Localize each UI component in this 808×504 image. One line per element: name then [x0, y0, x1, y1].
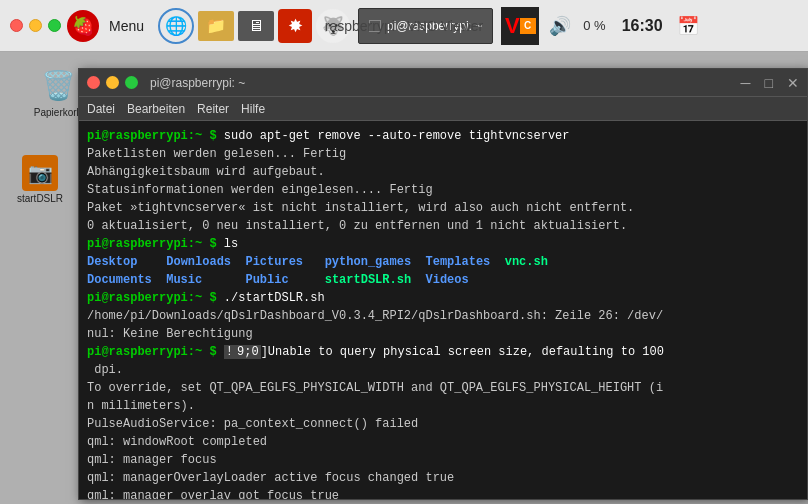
vnc-badge: V C — [501, 7, 539, 45]
star-icon[interactable]: ✸ — [278, 9, 312, 43]
term-max-icon[interactable]: □ — [765, 75, 773, 91]
terminal-window: pi@raspberrypi: ~ ─ □ ✕ Datei Bearbeiten… — [78, 68, 808, 500]
term-line-15: To override, set QT_QPA_EGLFS_PHYSICAL_W… — [87, 379, 799, 397]
terminal-menu: Datei Bearbeiten Reiter Hilfe — [79, 97, 807, 121]
term-line-2: Paketlisten werden gelesen... Fertig — [87, 145, 799, 163]
vnc-c-box: C — [520, 18, 536, 34]
term-line-5: Paket »tightvncserver« ist nicht install… — [87, 199, 799, 217]
vnc-v-letter: V — [505, 13, 520, 39]
speaker-icon[interactable]: 🔊 — [545, 15, 575, 37]
term-line-20: qml: managerOverlayLoader active focus c… — [87, 469, 799, 487]
desktop: 🍓 Menu 🌐 📁 🖥 ✸ 🐺 pi@raspberrypi: ~ V C 🔊 — [0, 0, 808, 504]
term-line-10: pi@raspberrypi:~ $ ./startDSLR.sh — [87, 289, 799, 307]
term-line-12: nul: Keine Berechtigung — [87, 325, 799, 343]
close-button[interactable] — [10, 19, 23, 32]
calendar-icon[interactable]: 📅 — [673, 15, 703, 37]
startdslr-label: startDSLR — [17, 193, 63, 204]
monitor-icon[interactable]: 🖥 — [238, 11, 274, 41]
term-line-17: PulseAudioService: pa_context_connect() … — [87, 415, 799, 433]
term-line-13: pi@raspberrypi:~ $ !9;0]Unable to query … — [87, 343, 799, 361]
term-line-21: qml: manager overlay got focus true — [87, 487, 799, 499]
terminal-menu-tabs[interactable]: Reiter — [197, 102, 229, 116]
raspberry-logo: 🍓 — [67, 10, 99, 42]
terminal-menu-help[interactable]: Hilfe — [241, 102, 265, 116]
term-minimize-button[interactable] — [106, 76, 119, 89]
traffic-lights — [0, 19, 61, 32]
term-line-4: Statusinformationen werden eingelesen...… — [87, 181, 799, 199]
menubar: 🍓 Menu 🌐 📁 🖥 ✸ 🐺 pi@raspberrypi: ~ V C 🔊 — [0, 0, 808, 52]
term-line-16: n millimeters). — [87, 397, 799, 415]
term-line-19: qml: manager focus — [87, 451, 799, 469]
battery-label: 0 % — [577, 18, 611, 33]
trash-image: 🗑️ — [38, 65, 78, 105]
terminal-menu-file[interactable]: Datei — [87, 102, 115, 116]
system-icons: 🔊 0 % 16:30 📅 — [545, 15, 702, 37]
term-line-3: Abhängigkeitsbaum wird aufgebaut. — [87, 163, 799, 181]
startdslr-image: 📷 — [22, 155, 58, 191]
term-line-9-ls: Documents Music Public startDSLR.sh Vide… — [87, 271, 799, 289]
window-title: raspberrypi - VNC Viewer — [325, 18, 483, 34]
term-line-14: dpi. — [87, 361, 799, 379]
term-close-icon[interactable]: ✕ — [787, 75, 799, 91]
terminal-menu-edit[interactable]: Bearbeiten — [127, 102, 185, 116]
term-line-6: 0 aktualisiert, 0 neu installiert, 0 zu … — [87, 217, 799, 235]
term-line-1: pi@raspberrypi:~ $ sudo apt-get remove -… — [87, 127, 799, 145]
menu-button[interactable]: Menu — [99, 0, 154, 52]
terminal-title: pi@raspberrypi: ~ — [150, 76, 245, 90]
term-line-11: /home/pi/Downloads/qDslrDashboard_V0.3.4… — [87, 307, 799, 325]
minimize-button[interactable] — [29, 19, 42, 32]
term-line-7: pi@raspberrypi:~ $ ls — [87, 235, 799, 253]
term-line-18: qml: windowRoot completed — [87, 433, 799, 451]
globe-icon[interactable]: 🌐 — [158, 8, 194, 44]
term-maximize-button[interactable] — [125, 76, 138, 89]
term-min-icon[interactable]: ─ — [741, 75, 751, 91]
trash-label: Papierkorb — [34, 107, 82, 118]
terminal-body[interactable]: pi@raspberrypi:~ $ sudo apt-get remove -… — [79, 121, 807, 499]
folder-icon[interactable]: 📁 — [198, 11, 234, 41]
term-line-8-ls: Desktop Downloads Pictures python_games … — [87, 253, 799, 271]
startdslr-icon[interactable]: 📷 startDSLR — [10, 155, 70, 204]
terminal-titlebar: pi@raspberrypi: ~ ─ □ ✕ — [79, 69, 807, 97]
term-close-button[interactable] — [87, 76, 100, 89]
clock-label: 16:30 — [614, 17, 671, 35]
maximize-button[interactable] — [48, 19, 61, 32]
